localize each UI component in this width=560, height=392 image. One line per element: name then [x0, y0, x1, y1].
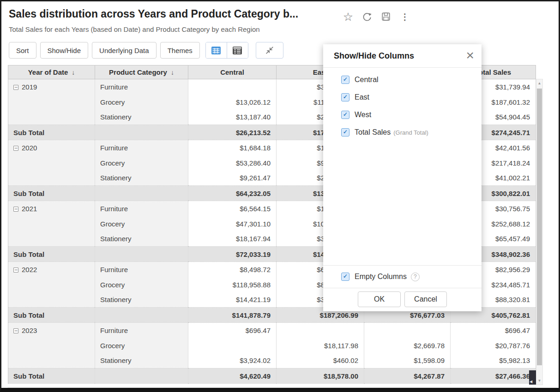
cell-central: $64,232.05 — [188, 186, 277, 201]
cell-category — [95, 308, 188, 323]
scrollbar-thumb[interactable] — [537, 89, 542, 365]
checkbox-label: East — [355, 93, 369, 101]
checkbox-label: Total Sales — [355, 128, 391, 137]
close-icon[interactable]: × — [466, 47, 474, 64]
cell-category: Stationery — [95, 232, 188, 247]
cell-year — [8, 95, 95, 110]
cell-year — [8, 277, 95, 292]
show-hide-columns-dialog: Show/Hide Columns × ✓ Central ✓ East ✓ W… — [323, 44, 482, 311]
cell-subtotal-label: Sub Total — [8, 308, 95, 323]
ok-button[interactable]: OK — [358, 291, 401, 307]
col-header-central[interactable]: Central — [188, 65, 277, 79]
cancel-button[interactable]: Cancel — [404, 291, 447, 307]
vertical-scrollbar[interactable]: ▲ ▼ — [536, 79, 543, 385]
subtotal-row: Sub Total$4,620.49$18,578.00$4,267.87$27… — [8, 368, 536, 384]
cell-year — [8, 155, 95, 171]
cell-central: $9,261.47 — [188, 171, 277, 186]
collapse-icon[interactable] — [256, 42, 283, 59]
cell-subtotal-label: Sub Total — [8, 247, 95, 262]
cell-total-sales: $5,982.13 — [451, 353, 536, 368]
cell-category: Grocery — [95, 216, 188, 232]
checkbox-empty-columns[interactable]: ✓ — [341, 273, 349, 281]
sort-desc-icon[interactable]: ↓ — [72, 69, 75, 76]
cell-east: $460.02 — [277, 353, 364, 368]
cell-west: $1,598.09 — [364, 353, 451, 368]
cell-category — [95, 186, 188, 201]
underlying-data-button[interactable]: Underlying Data — [92, 42, 157, 59]
collapse-group-icon[interactable]: − — [13, 85, 18, 90]
scroll-corner-handle[interactable]: ◀ — [529, 370, 536, 385]
table-row: −2023Furniture$696.47$696.47 — [8, 323, 536, 338]
cell-year: −2023 — [8, 323, 95, 338]
column-item-total-sales: ✓ Total Sales (Grand Total) — [323, 124, 482, 141]
cell-category — [95, 368, 188, 384]
tabular-view-icon[interactable] — [227, 42, 248, 58]
toolbar: Sort Show/Hide Underlying Data Themes — [9, 42, 283, 59]
col-header-category[interactable]: Product Category↓ — [95, 65, 188, 79]
cell-year — [8, 216, 95, 232]
pivot-view-icon[interactable] — [206, 42, 227, 58]
cell-year: −2022 — [8, 262, 95, 277]
cell-category: Stationery — [95, 292, 188, 308]
title-actions: ☆ ⋮ — [342, 11, 411, 23]
collapse-group-icon[interactable]: − — [13, 207, 18, 212]
cell-category: Furniture — [95, 262, 188, 277]
cell-category: Furniture — [95, 323, 188, 338]
refresh-icon[interactable] — [361, 11, 373, 23]
cell-year: −2021 — [8, 201, 95, 216]
cell-category: Grocery — [95, 95, 188, 110]
collapse-group-icon[interactable]: − — [13, 267, 18, 273]
column-item-east: ✓ East — [323, 89, 482, 106]
themes-button[interactable]: Themes — [160, 42, 200, 59]
checkbox-east[interactable]: ✓ — [341, 93, 349, 101]
collapse-group-icon[interactable]: − — [13, 146, 18, 151]
checkbox-label: Empty Columns — [355, 273, 407, 281]
cell-year — [8, 232, 95, 247]
cell-central: $141,878.79 — [188, 308, 277, 323]
col-header-year[interactable]: Year of Date↓ — [8, 65, 95, 79]
checkbox-central[interactable]: ✓ — [341, 76, 349, 84]
dialog-header: Show/Hide Columns × — [323, 44, 482, 68]
cell-west: $4,267.87 — [364, 368, 451, 384]
cell-year — [8, 292, 95, 308]
cell-central: $6,564.15 — [188, 201, 277, 216]
cell-east — [277, 323, 364, 338]
cell-subtotal-label: Sub Total — [8, 186, 95, 201]
sort-button[interactable]: Sort — [9, 42, 36, 59]
cell-category — [95, 247, 188, 262]
table-row: Stationery$3,924.02$460.02$1,598.09$5,98… — [8, 353, 536, 368]
more-options-kebab-icon[interactable]: ⋮ — [399, 11, 411, 23]
cell-category: Grocery — [95, 277, 188, 292]
scroll-down-icon[interactable]: ▼ — [536, 379, 542, 383]
dialog-column-list: ✓ Central ✓ East ✓ West ✓ Total Sales (G… — [323, 71, 482, 141]
cell-year — [8, 110, 95, 125]
scroll-up-icon[interactable]: ▲ — [536, 81, 542, 85]
dialog-title: Show/Hide Columns — [334, 51, 414, 61]
cell-west: $2,669.78 — [364, 338, 451, 353]
help-icon[interactable]: ? — [411, 273, 420, 281]
cell-central: $18,167.94 — [188, 232, 277, 247]
collapse-group-icon[interactable]: − — [13, 328, 18, 333]
checkbox-label: West — [355, 111, 371, 119]
cell-category: Furniture — [95, 201, 188, 216]
cell-central: $26,213.52 — [188, 125, 277, 140]
grand-total-suffix: (Grand Total) — [393, 129, 428, 136]
cell-category — [95, 125, 188, 140]
checkbox-total-sales[interactable]: ✓ — [341, 128, 349, 137]
cell-west — [364, 323, 451, 338]
cell-central: $14,421.19 — [188, 292, 277, 308]
cell-category: Grocery — [95, 155, 188, 171]
cell-category: Grocery — [95, 338, 188, 353]
cell-central: $53,286.40 — [188, 155, 277, 171]
save-icon[interactable] — [380, 11, 392, 23]
cell-central: $13,187.40 — [188, 110, 277, 125]
show-hide-button[interactable]: Show/Hide — [40, 42, 89, 59]
checkbox-west[interactable]: ✓ — [341, 111, 349, 119]
sort-desc-icon[interactable]: ↓ — [171, 69, 174, 76]
cell-central: $1,684.18 — [188, 140, 277, 155]
favorite-star-icon[interactable]: ☆ — [342, 11, 354, 23]
cell-year — [8, 171, 95, 186]
cell-total-sales: $696.47 — [451, 323, 536, 338]
cell-central — [188, 79, 277, 95]
cell-east: $18,117.98 — [277, 338, 364, 353]
